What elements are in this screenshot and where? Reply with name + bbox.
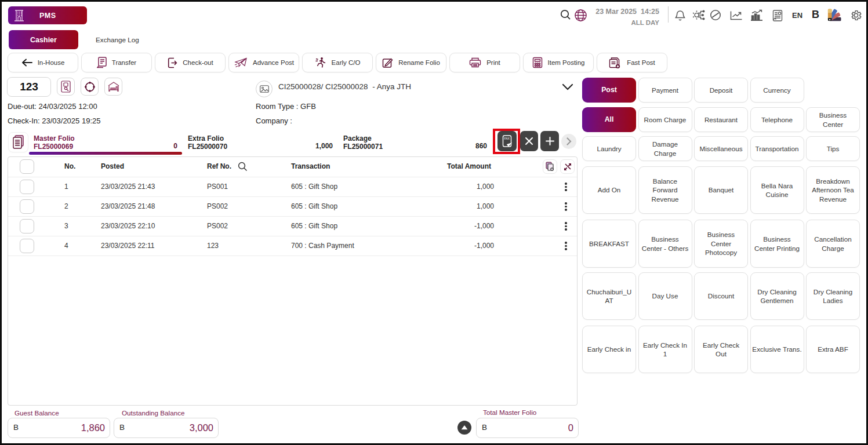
svg-text:FAX: FAX [504, 137, 510, 140]
